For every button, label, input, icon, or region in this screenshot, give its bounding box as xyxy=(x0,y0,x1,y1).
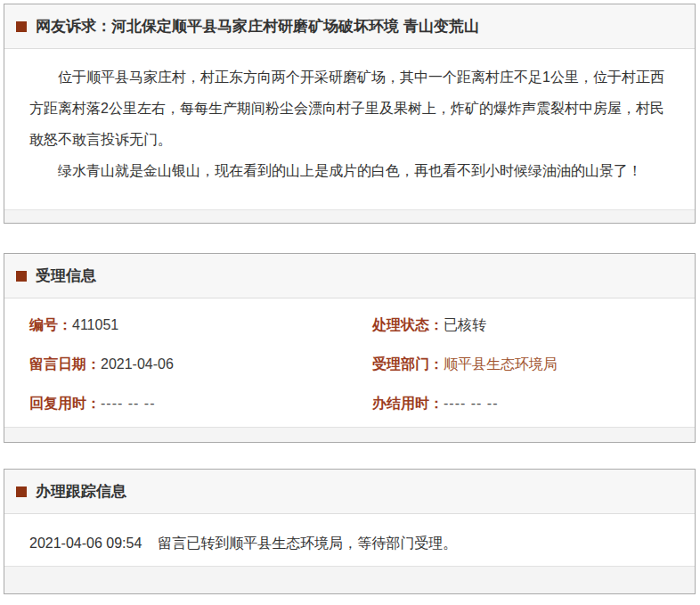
field-reply-time-label: 回复用时： xyxy=(29,396,101,411)
field-department: 受理部门：顺平县生态环境局 xyxy=(372,356,670,372)
square-bullet-icon xyxy=(16,486,27,497)
complaint-content: 位于顺平县马家庄村，村正东方向两个开采研磨矿场，其中一个距离村庄不足1公里，位于… xyxy=(4,49,695,209)
field-status-value: 已核转 xyxy=(444,317,486,332)
field-number-label: 编号： xyxy=(29,317,72,332)
tracking-entry-time: 2021-04-06 09:54 xyxy=(29,536,142,551)
field-completion-time-value: ---- -- -- xyxy=(444,396,499,411)
acceptance-card: 受理信息 编号：411051 处理状态：已核转 留言日期：2021-04-06 … xyxy=(4,253,696,443)
complaint-footer xyxy=(4,209,695,223)
field-number-value: 411051 xyxy=(72,317,118,332)
complaint-paragraph-1: 位于顺平县马家庄村，村正东方向两个开采研磨矿场，其中一个距离村庄不足1公里，位于… xyxy=(29,61,670,155)
petition-detail-page: 网友诉求：河北保定顺平县马家庄村研磨矿场破坏环境 青山变荒山 位于顺平县马家庄村… xyxy=(0,0,700,594)
complaint-card: 网友诉求：河北保定顺平县马家庄村研磨矿场破坏环境 青山变荒山 位于顺平县马家庄村… xyxy=(4,4,696,224)
acceptance-footer xyxy=(4,427,695,442)
field-message-date-value: 2021-04-06 xyxy=(101,356,174,372)
acceptance-fields: 编号：411051 处理状态：已核转 留言日期：2021-04-06 受理部门：… xyxy=(4,298,695,427)
field-message-date-label: 留言日期： xyxy=(29,356,101,372)
square-bullet-icon xyxy=(16,21,27,32)
complaint-header: 网友诉求：河北保定顺平县马家庄村研磨矿场破坏环境 青山变荒山 xyxy=(4,4,695,49)
tracking-header: 办理跟踪信息 xyxy=(4,470,695,514)
tracking-footer xyxy=(4,566,695,593)
field-message-date: 留言日期：2021-04-06 xyxy=(29,356,372,372)
tracking-content: 2021-04-06 09:54留言已转到顺平县生态环境局，等待部门受理。 xyxy=(4,514,695,566)
field-status: 处理状态：已核转 xyxy=(372,316,670,333)
field-reply-time-value: ---- -- -- xyxy=(101,396,156,411)
tracking-card: 办理跟踪信息 2021-04-06 09:54留言已转到顺平县生态环境局，等待部… xyxy=(4,469,696,594)
field-completion-time-label: 办结用时： xyxy=(372,396,444,411)
complaint-title: 网友诉求：河北保定顺平县马家庄村研磨矿场破坏环境 青山变荒山 xyxy=(36,16,479,37)
field-number: 编号：411051 xyxy=(29,316,372,333)
field-department-label: 受理部门： xyxy=(372,356,444,372)
field-completion-time: 办结用时：---- -- -- xyxy=(372,395,670,412)
department-link[interactable]: 顺平县生态环境局 xyxy=(444,356,558,372)
tracking-title: 办理跟踪信息 xyxy=(36,481,126,502)
field-reply-time: 回复用时：---- -- -- xyxy=(29,395,372,412)
square-bullet-icon xyxy=(16,271,27,282)
field-status-label: 处理状态： xyxy=(372,317,444,332)
tracking-entry: 2021-04-06 09:54留言已转到顺平县生态环境局，等待部门受理。 xyxy=(29,535,670,552)
section-spacer xyxy=(4,224,696,253)
complaint-paragraph-2: 绿水青山就是金山银山，现在看到的山上是成片的白色，再也看不到小时候绿油油的山景了… xyxy=(29,155,670,186)
acceptance-title: 受理信息 xyxy=(36,266,96,286)
acceptance-header: 受理信息 xyxy=(4,254,695,298)
section-spacer xyxy=(4,443,696,469)
tracking-entry-text: 留言已转到顺平县生态环境局，等待部门受理。 xyxy=(158,536,457,551)
